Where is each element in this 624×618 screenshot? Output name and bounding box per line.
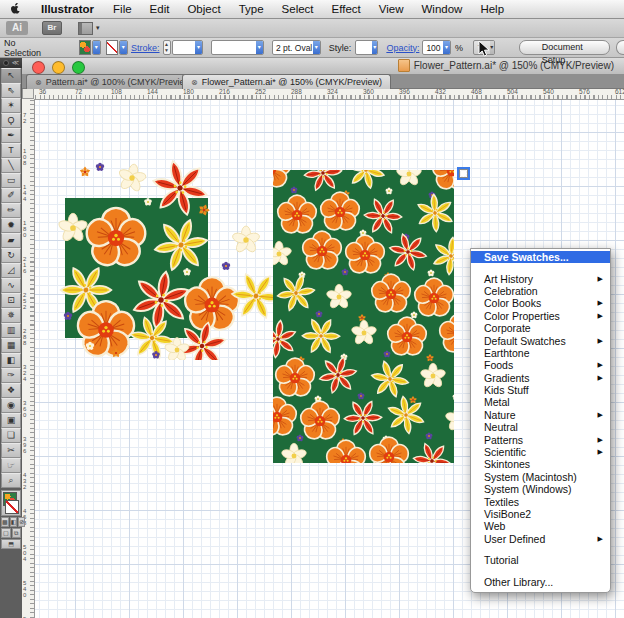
close-window-button[interactable] bbox=[32, 61, 45, 74]
menu-view[interactable]: View bbox=[370, 0, 413, 18]
fill-dropdown[interactable]: ▾ bbox=[92, 40, 101, 55]
none-button[interactable]: ⊘ bbox=[18, 517, 25, 527]
free-transform-tool[interactable]: ⊡ bbox=[1, 293, 21, 308]
width-tool[interactable]: ∿ bbox=[1, 278, 21, 293]
gradient-tool[interactable]: ◧ bbox=[1, 353, 21, 368]
type-tool[interactable]: T bbox=[1, 143, 21, 158]
menu-item-visibone2[interactable]: VisiBone2 bbox=[471, 508, 610, 520]
menu-item-system-macintosh[interactable]: System (Macintosh) bbox=[471, 471, 610, 483]
zoom-tool[interactable]: ⌕ bbox=[1, 473, 21, 488]
menu-window[interactable]: Window bbox=[412, 0, 471, 18]
live-paint-bucket-tool[interactable]: ◉ bbox=[1, 398, 21, 413]
menu-item-color-properties[interactable]: Color Properties▶ bbox=[471, 310, 610, 322]
document-window-titlebar[interactable]: Flower_Pattern.ai* @ 150% (CMYK/Preview) bbox=[22, 57, 624, 75]
menu-item-patterns[interactable]: Patterns▶ bbox=[471, 433, 610, 445]
arrange-documents-button[interactable]: ▾ bbox=[78, 22, 100, 35]
bridge-button[interactable]: Br bbox=[42, 21, 62, 35]
slice-tool[interactable]: ✂ bbox=[1, 443, 21, 458]
menu-item-metal[interactable]: Metal bbox=[471, 396, 610, 408]
menu-item-nature[interactable]: Nature▶ bbox=[471, 409, 610, 421]
menu-object[interactable]: Object bbox=[178, 0, 229, 18]
stroke-weight-combo[interactable]: ▾ bbox=[172, 40, 203, 55]
minimize-window-button[interactable] bbox=[52, 61, 65, 74]
pattern-source-artwork[interactable] bbox=[40, 150, 280, 360]
menu-item-user-defined[interactable]: User Defined▶ bbox=[471, 533, 610, 545]
rectangle-tool[interactable]: ▭ bbox=[1, 173, 21, 188]
magic-wand-tool[interactable]: ✶ bbox=[1, 98, 21, 113]
menu-item-other-library[interactable]: Other Library... bbox=[471, 575, 610, 587]
menu-item-skintones[interactable]: Skintones bbox=[471, 458, 610, 470]
stroke-none-swatch[interactable] bbox=[5, 500, 19, 514]
gradient-button[interactable]: ◧ bbox=[10, 517, 18, 527]
menu-item-tutorial[interactable]: Tutorial bbox=[471, 554, 610, 566]
menu-item-kids-stuff[interactable]: Kids Stuff bbox=[471, 384, 610, 396]
screen-mode-button[interactable]: ⬒ bbox=[1, 539, 21, 549]
pen-tool[interactable]: ✒ bbox=[1, 128, 21, 143]
menu-file[interactable]: File bbox=[104, 0, 141, 18]
ruler-origin-corner[interactable] bbox=[22, 88, 34, 99]
symbol-sprayer-tool[interactable]: ✵ bbox=[1, 308, 21, 323]
menu-item-foods[interactable]: Foods▶ bbox=[471, 359, 610, 371]
apple-menu-icon[interactable] bbox=[10, 2, 21, 17]
app-menu[interactable]: Illustrator bbox=[31, 0, 104, 18]
opacity-link[interactable]: Opacity: bbox=[386, 43, 419, 53]
variable-width-combo[interactable]: ▾ bbox=[211, 40, 264, 55]
fill-color-swatch[interactable] bbox=[79, 40, 91, 55]
menu-item-system-windows[interactable]: System (Windows) bbox=[471, 483, 610, 495]
horizontal-ruler[interactable]: 3672108144180216252288324360396432468504… bbox=[22, 88, 624, 100]
blob-brush-tool[interactable]: ✹ bbox=[1, 218, 21, 233]
column-graph-tool[interactable]: ▥ bbox=[1, 323, 21, 338]
direct-selection-tool[interactable]: ⇖ bbox=[1, 83, 21, 98]
menu-edit[interactable]: Edit bbox=[141, 0, 179, 18]
selection-tool[interactable]: ↖ bbox=[1, 68, 21, 83]
draw-behind-button[interactable]: ⧉ bbox=[12, 528, 22, 538]
tab-flower-pattern-ai[interactable]: ⊗ Flower_Pattern.ai* @ 150% (CMYK/Previe… bbox=[182, 74, 391, 89]
menu-item-art-history[interactable]: Art History▶ bbox=[471, 272, 610, 284]
blend-tool[interactable]: ❖ bbox=[1, 383, 21, 398]
tools-panel-header[interactable]: ≪ bbox=[0, 57, 22, 68]
menu-item-earthtone[interactable]: Earthtone bbox=[471, 347, 610, 359]
stroke-color-swatch[interactable] bbox=[106, 40, 118, 55]
draw-normal-button[interactable]: ▢ bbox=[1, 528, 11, 538]
scale-tool[interactable]: ◿ bbox=[1, 263, 21, 278]
menu-item-neutral[interactable]: Neutral bbox=[471, 421, 610, 433]
document-setup-button[interactable]: Document Setup bbox=[519, 40, 611, 55]
style-combo[interactable]: ▾ bbox=[355, 40, 378, 55]
pattern-fill-artboard[interactable] bbox=[273, 170, 454, 463]
menu-item-color-books[interactable]: Color Books▶ bbox=[471, 297, 610, 309]
tab-pattern-ai[interactable]: ⊗ Pattern.ai* @ 100% (CMYK/Preview) bbox=[26, 74, 203, 89]
brush-combo[interactable]: 2 pt. Oval▾ bbox=[272, 40, 321, 55]
menu-item-corporate[interactable]: Corporate bbox=[471, 322, 610, 334]
opacity-combo[interactable]: 100▾ bbox=[422, 40, 451, 55]
hand-tool[interactable]: ☞ bbox=[1, 458, 21, 473]
collapse-icon[interactable]: ≪ bbox=[12, 59, 19, 66]
close-tab-icon[interactable]: ⊗ bbox=[191, 78, 198, 87]
pencil-tool[interactable]: ✏ bbox=[1, 203, 21, 218]
mesh-tool[interactable]: ▦ bbox=[1, 338, 21, 353]
stroke-weight-stepper[interactable]: ▲▼ bbox=[163, 40, 171, 55]
live-paint-selection-tool[interactable]: ▣ bbox=[1, 413, 21, 428]
swatch[interactable] bbox=[459, 169, 468, 178]
menu-item-save-swatches[interactable]: Save Swatches... bbox=[471, 251, 610, 263]
rotate-tool[interactable]: ↻ bbox=[1, 248, 21, 263]
eyedropper-tool[interactable]: ✑ bbox=[1, 368, 21, 383]
vertical-ruler[interactable]: 3 67 21 0 81 4 41 8 02 1 62 5 22 8 83 2 … bbox=[22, 99, 35, 618]
menu-item-default-swatches[interactable]: Default Swatches▶ bbox=[471, 334, 610, 346]
menu-item-celebration[interactable]: Celebration bbox=[471, 285, 610, 297]
stroke-dropdown[interactable]: ▾ bbox=[119, 40, 128, 55]
lasso-tool[interactable]: Ϙ bbox=[1, 113, 21, 128]
menu-select[interactable]: Select bbox=[273, 0, 323, 18]
preferences-button-partial[interactable] bbox=[616, 40, 624, 55]
menu-type[interactable]: Type bbox=[230, 0, 273, 18]
eraser-tool[interactable]: ▰ bbox=[1, 233, 21, 248]
menu-effect[interactable]: Effect bbox=[323, 0, 370, 18]
color-button[interactable]: ▩ bbox=[1, 517, 9, 527]
artboard-tool[interactable]: ❏ bbox=[1, 428, 21, 443]
close-tab-icon[interactable]: ⊗ bbox=[35, 78, 42, 87]
menu-item-web[interactable]: Web bbox=[471, 520, 610, 532]
menu-item-gradients[interactable]: Gradients▶ bbox=[471, 372, 610, 384]
paintbrush-tool[interactable]: ✐ bbox=[1, 188, 21, 203]
menu-item-scientific[interactable]: Scientific▶ bbox=[471, 446, 610, 458]
menu-item-textiles[interactable]: Textiles bbox=[471, 495, 610, 507]
stroke-panel-link[interactable]: Stroke: bbox=[131, 43, 160, 53]
